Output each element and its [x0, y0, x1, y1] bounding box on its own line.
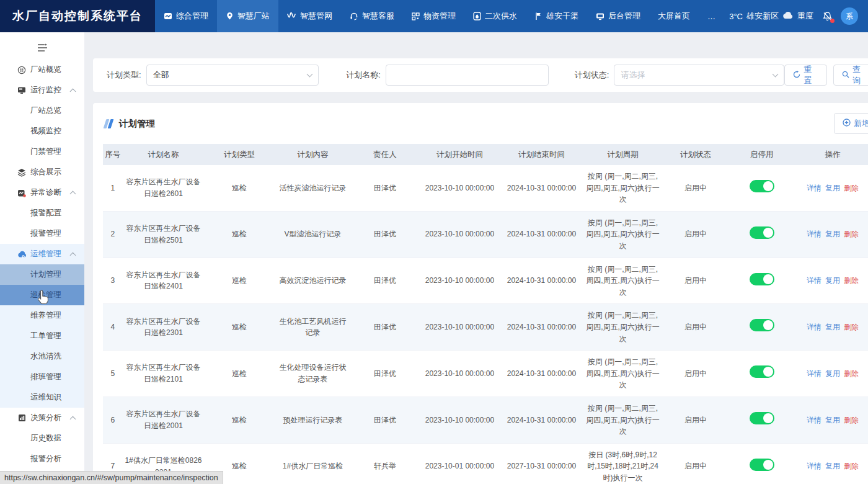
cell-start-time: 2023-10-10 00:00:00 — [418, 397, 500, 443]
reuse-link[interactable]: 复用 — [825, 323, 840, 331]
reuse-link[interactable]: 复用 — [825, 276, 840, 285]
cell-enable — [728, 304, 795, 351]
cell-start-time: 2023-10-10 00:00:00 — [418, 304, 500, 351]
cell-plan-content: 活性炭滤池运行记录 — [275, 165, 352, 211]
plan-status-select[interactable]: 请选择 — [614, 65, 784, 86]
add-button[interactable]: 新增 — [834, 113, 868, 134]
reuse-link[interactable]: 复用 — [825, 369, 840, 378]
sidebar-item-alarm-management[interactable]: 报警管理 — [0, 223, 84, 244]
sidebar-item-maintenance-management[interactable]: 维养管理 — [0, 305, 84, 326]
col-period: 计划周期 — [583, 144, 663, 165]
enable-toggle[interactable] — [750, 365, 774, 378]
cell-plan-content: 生化处理设备运行状态记录表 — [275, 351, 352, 397]
sidebar-item-shift-management[interactable]: 排班管理 — [0, 367, 84, 387]
sidebar-item-plan-management[interactable]: 计划管理 — [0, 264, 84, 285]
detail-link[interactable]: 详情 — [807, 323, 822, 331]
cell-plan-name: 容东片区再生水厂设备日巡检2101 — [122, 351, 204, 397]
detail-link[interactable]: 详情 — [807, 276, 822, 285]
table-row: 3 容东片区再生水厂设备日巡检2401 巡检 高效沉淀池运行记录 田泽优 202… — [103, 258, 868, 304]
delete-link[interactable]: 删除 — [844, 323, 859, 331]
enable-toggle[interactable] — [750, 459, 774, 471]
cell-status: 启用中 — [663, 443, 728, 484]
cell-period: 按周 (周一,周二,周三,周四,周五,周六)执行一次 — [583, 211, 663, 258]
detail-link[interactable]: 详情 — [807, 416, 822, 424]
sidebar-item-inspection-management[interactable]: 巡检管理 — [0, 285, 84, 305]
cell-end-time: 2024-10-31 00:00:00 — [500, 397, 582, 443]
droplet-icon — [473, 12, 481, 20]
nav-item-backend-mgmt[interactable]: 后台管理 — [587, 0, 649, 32]
cell-plan-content: 高效沉淀池运行记录 — [275, 258, 352, 304]
enable-toggle[interactable] — [750, 226, 774, 239]
enable-toggle[interactable] — [750, 412, 774, 424]
cell-plan-content: 生化池工艺风机运行记录 — [275, 304, 352, 351]
delete-link[interactable]: 删除 — [844, 416, 859, 424]
sidebar-item-pool-cleaning[interactable]: 水池清洗 — [0, 346, 84, 367]
reuse-link[interactable]: 复用 — [825, 416, 840, 424]
nav-item-more[interactable]: … — [699, 0, 724, 32]
cell-status: 启用中 — [663, 211, 728, 258]
reuse-link[interactable]: 复用 — [825, 184, 840, 192]
cell-plan-type: 巡检 — [205, 258, 275, 304]
sidebar-item-anomaly-diagnosis[interactable]: 异常诊断 — [0, 182, 84, 203]
cell-start-time: 2023-10-10 00:00:00 — [418, 258, 500, 304]
table-row: 1 容东片区再生水厂设备日巡检2601 巡检 活性炭滤池运行记录 田泽优 202… — [103, 165, 868, 211]
weather-city: 雄安新区 — [746, 11, 779, 22]
sidebar-item-video-monitoring[interactable]: 视频监控 — [0, 121, 84, 141]
headset-icon — [350, 12, 358, 20]
plan-management-card: 计划管理 新增 序号 计划名称 计划类型 — [93, 103, 868, 484]
sidebar-item-om-management[interactable]: 运维管理 — [0, 244, 84, 264]
nav-item-comprehensive-mgmt[interactable]: 综合管理 — [155, 0, 217, 32]
cell-end-time: 2027-10-31 00:00:00 — [500, 443, 582, 484]
sidebar-item-om-knowledge[interactable]: 运维知识 — [0, 387, 84, 408]
cell-owner: 轩兵举 — [351, 443, 418, 484]
delete-link[interactable]: 删除 — [844, 230, 859, 238]
sidebar-item-alarm-config[interactable]: 报警配置 — [0, 203, 84, 223]
table-body: 1 容东片区再生水厂设备日巡检2601 巡检 活性炭滤池运行记录 田泽优 202… — [103, 165, 868, 484]
sidebar-item-access-control[interactable]: 门禁管理 — [0, 141, 84, 162]
delete-link[interactable]: 删除 — [844, 184, 859, 192]
delete-link[interactable]: 删除 — [844, 369, 859, 378]
main-nav: 综合管理 智慧厂站 智慧管网 智慧客服 物资管理 二次供水 雄安干渠 后台管理 — [155, 0, 724, 32]
search-button[interactable]: 查询 — [833, 65, 868, 86]
col-status: 计划状态 — [663, 144, 728, 165]
cell-no: 4 — [103, 304, 122, 351]
detail-link[interactable]: 详情 — [807, 462, 822, 470]
sidebar-item-work-order[interactable]: 工单管理 — [0, 326, 84, 346]
nav-item-smart-plant[interactable]: 智慧厂站 — [217, 0, 278, 32]
nav-item-smart-pipe-network[interactable]: 智慧管网 — [278, 0, 341, 32]
sidebar-item-alarm-analysis[interactable]: 报警分析 — [0, 449, 84, 469]
qr-icon — [412, 12, 420, 20]
detail-link[interactable]: 详情 — [807, 184, 822, 192]
sidebar-item-comprehensive-display[interactable]: 综合展示 — [0, 162, 84, 182]
cell-no: 6 — [103, 397, 122, 443]
sidebar-item-plant-overview[interactable]: 厂站概览 — [0, 60, 84, 80]
enable-toggle[interactable] — [750, 319, 774, 331]
nav-item-smart-service[interactable]: 智慧客服 — [341, 0, 403, 32]
sidebar-item-operation-monitoring[interactable]: 运行监控 — [0, 80, 84, 101]
user-avatar[interactable]: 系 — [841, 7, 858, 25]
sidebar-item-history-data[interactable]: 历史数据 — [0, 428, 84, 449]
sidebar-item-decision-analysis[interactable]: 决策分析 — [0, 408, 84, 428]
delete-link[interactable]: 删除 — [844, 276, 859, 285]
reuse-link[interactable]: 复用 — [825, 230, 840, 238]
plan-type-select[interactable]: 全部 — [146, 65, 319, 86]
table-row: 2 容东片区再生水厂设备日巡检2501 巡检 V型滤池运行记录 田泽优 2023… — [103, 211, 868, 258]
reset-button[interactable]: 重置 — [784, 65, 827, 86]
cell-plan-name: 容东片区再生水厂设备日巡检2001 — [122, 397, 204, 443]
plan-name-input[interactable] — [386, 65, 549, 86]
plant-overview-icon — [17, 66, 26, 74]
bell-muted-icon[interactable] — [821, 10, 833, 22]
reuse-link[interactable]: 复用 — [825, 462, 840, 470]
sidebar-item-plant-summary[interactable]: 厂站总览 — [0, 101, 84, 121]
menu-collapse-icon[interactable] — [0, 36, 84, 60]
cell-plan-name: 容东片区再生水厂设备日巡检2401 — [122, 258, 204, 304]
enable-toggle[interactable] — [750, 273, 774, 285]
nav-item-material-mgmt[interactable]: 物资管理 — [403, 0, 464, 32]
enable-toggle[interactable] — [750, 180, 774, 192]
delete-link[interactable]: 删除 — [844, 462, 859, 470]
nav-item-xiongan-canal[interactable]: 雄安干渠 — [526, 0, 587, 32]
nav-item-big-screen-home[interactable]: 大屏首页 — [649, 0, 699, 32]
detail-link[interactable]: 详情 — [807, 230, 822, 238]
nav-item-secondary-water[interactable]: 二次供水 — [464, 0, 526, 32]
detail-link[interactable]: 详情 — [807, 369, 822, 378]
